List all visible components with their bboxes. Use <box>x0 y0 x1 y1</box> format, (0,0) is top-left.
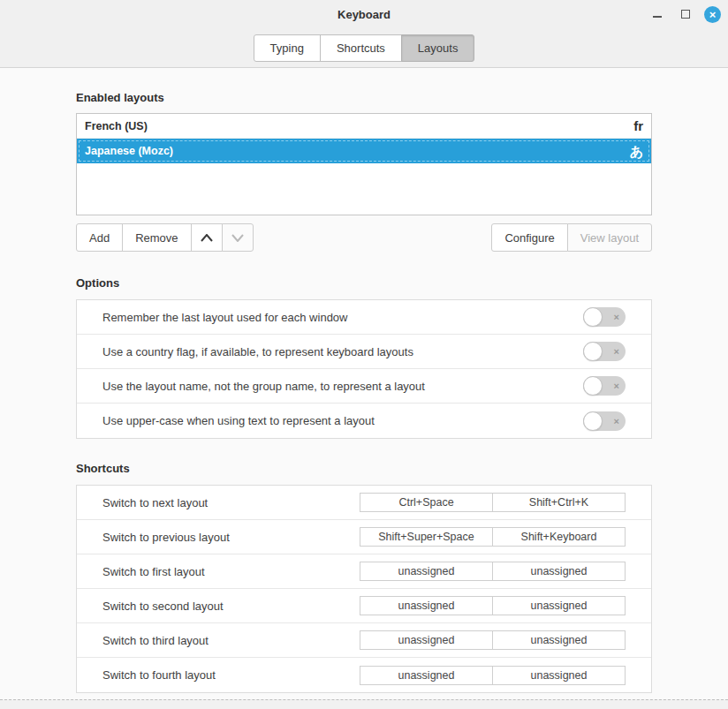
toggle-upper-case[interactable]: × <box>583 411 626 431</box>
keybinding-button[interactable]: Shift+Keyboard <box>492 527 626 547</box>
layout-name: French (US) <box>85 120 633 132</box>
tab-shortcuts[interactable]: Shortcuts <box>320 34 402 62</box>
list-edit-button-group: Add Remove <box>76 223 254 252</box>
keybinding-pair: Ctrl+Space Shift+Ctrl+K <box>360 493 626 512</box>
close-button[interactable]: × <box>704 6 721 23</box>
options-box: Remember the last layout used for each w… <box>76 299 652 439</box>
toggle-layout-name[interactable]: × <box>583 376 626 396</box>
titlebar: Keyboard × <box>0 0 728 28</box>
keybinding-button[interactable]: unassigned <box>360 562 493 581</box>
layout-actions: Add Remove Configure View layout <box>76 223 652 252</box>
shortcuts-box: Switch to next layout Ctrl+Space Shift+C… <box>76 485 652 693</box>
shortcut-row-third-layout: Switch to third layout unassigned unassi… <box>77 623 651 658</box>
enabled-layouts-heading: Enabled layouts <box>76 91 652 104</box>
keybinding-pair: unassigned unassigned <box>360 562 626 581</box>
option-row-country-flag: Use a country flag, if available, to rep… <box>77 335 651 369</box>
toggle-knob <box>583 342 603 361</box>
keybinding-pair: Shift+Super+Space Shift+Keyboard <box>360 527 626 547</box>
shortcut-label: Switch to next layout <box>102 496 360 509</box>
window-title: Keyboard <box>337 8 391 21</box>
remove-button[interactable]: Remove <box>122 223 191 252</box>
add-button[interactable]: Add <box>76 223 123 252</box>
keybinding-button[interactable]: Shift+Ctrl+K <box>492 493 626 512</box>
keybinding-button[interactable]: unassigned <box>492 630 626 650</box>
keybinding-button[interactable]: unassigned <box>360 630 493 650</box>
shortcut-label: Switch to first layout <box>102 565 360 578</box>
layout-name: Japanese (Mozc) <box>85 145 630 157</box>
layout-badge-fr: fr <box>633 119 643 132</box>
tab-bar: Typing Shortcuts Layouts <box>0 28 728 62</box>
keybinding-pair: unassigned unassigned <box>360 666 626 685</box>
shortcut-row-fourth-layout: Switch to fourth layout unassigned unass… <box>77 658 651 692</box>
shortcut-row-second-layout: Switch to second layout unassigned unass… <box>77 589 651 623</box>
close-icon: × <box>709 9 717 20</box>
layout-badge-ja: あ <box>630 145 643 158</box>
keybinding-button[interactable]: unassigned <box>360 666 493 685</box>
maximize-button[interactable] <box>676 4 695 24</box>
option-label: Use upper-case when using text to repres… <box>102 414 583 427</box>
shortcut-label: Switch to second layout <box>102 600 360 613</box>
toggle-remember-layout[interactable]: × <box>583 307 626 327</box>
chevron-down-icon <box>231 234 244 242</box>
move-down-button[interactable] <box>222 223 254 252</box>
window-header: Keyboard × Typing Shortcuts Layouts <box>0 0 728 68</box>
layout-row-french[interactable]: French (US) fr <box>77 114 651 139</box>
maximize-icon <box>681 10 690 19</box>
keybinding-button[interactable]: unassigned <box>492 596 626 615</box>
option-row-layout-name: Use the layout name, not the group name,… <box>77 369 651 404</box>
pane-separator <box>0 699 728 709</box>
keybinding-button[interactable]: Shift+Super+Space <box>360 527 493 547</box>
keybinding-button[interactable]: unassigned <box>492 562 626 581</box>
configure-button[interactable]: Configure <box>491 223 567 252</box>
toggle-country-flag[interactable]: × <box>583 342 626 361</box>
option-label: Remember the last layout used for each w… <box>102 311 583 324</box>
configure-button-group: Configure View layout <box>491 223 652 252</box>
shortcuts-heading: Shortcuts <box>76 462 652 475</box>
option-label: Use the layout name, not the group name,… <box>102 380 583 393</box>
option-row-upper-case: Use upper-case when using text to repres… <box>77 404 651 438</box>
toggle-knob <box>583 376 603 396</box>
enabled-layouts-list: French (US) fr Japanese (Mozc) あ <box>76 113 652 215</box>
toggle-off-icon: × <box>614 313 619 322</box>
tab-layouts[interactable]: Layouts <box>401 34 475 62</box>
window-controls: × <box>648 0 721 28</box>
keybinding-pair: unassigned unassigned <box>360 596 626 615</box>
option-label: Use a country flag, if available, to rep… <box>102 345 583 358</box>
chevron-up-icon <box>201 234 213 242</box>
toggle-off-icon: × <box>614 381 619 391</box>
shortcut-label: Switch to third layout <box>102 634 360 647</box>
option-row-remember-layout: Remember the last layout used for each w… <box>77 300 651 335</box>
shortcut-label: Switch to previous layout <box>102 531 360 544</box>
toggle-knob <box>583 307 603 327</box>
minimize-icon <box>653 16 662 18</box>
toggle-off-icon: × <box>614 416 619 426</box>
keybinding-button[interactable]: Ctrl+Space <box>360 493 493 512</box>
layout-row-japanese[interactable]: Japanese (Mozc) あ <box>77 139 651 163</box>
layouts-panel: Enabled layouts French (US) fr Japanese … <box>0 91 728 693</box>
move-up-button[interactable] <box>191 223 223 252</box>
shortcut-row-previous-layout: Switch to previous layout Shift+Super+Sp… <box>77 520 651 554</box>
keybinding-button[interactable]: unassigned <box>360 596 493 615</box>
toggle-off-icon: × <box>614 347 619 357</box>
shortcut-row-first-layout: Switch to first layout unassigned unassi… <box>77 554 651 589</box>
options-heading: Options <box>76 276 652 290</box>
view-layout-button[interactable]: View layout <box>567 223 652 252</box>
shortcut-row-next-layout: Switch to next layout Ctrl+Space Shift+C… <box>77 486 651 520</box>
tab-typing[interactable]: Typing <box>254 34 321 62</box>
keybinding-pair: unassigned unassigned <box>360 630 626 650</box>
shortcut-label: Switch to fourth layout <box>102 668 360 682</box>
toggle-knob <box>583 411 603 431</box>
minimize-button[interactable] <box>648 4 667 24</box>
keybinding-button[interactable]: unassigned <box>492 666 626 685</box>
